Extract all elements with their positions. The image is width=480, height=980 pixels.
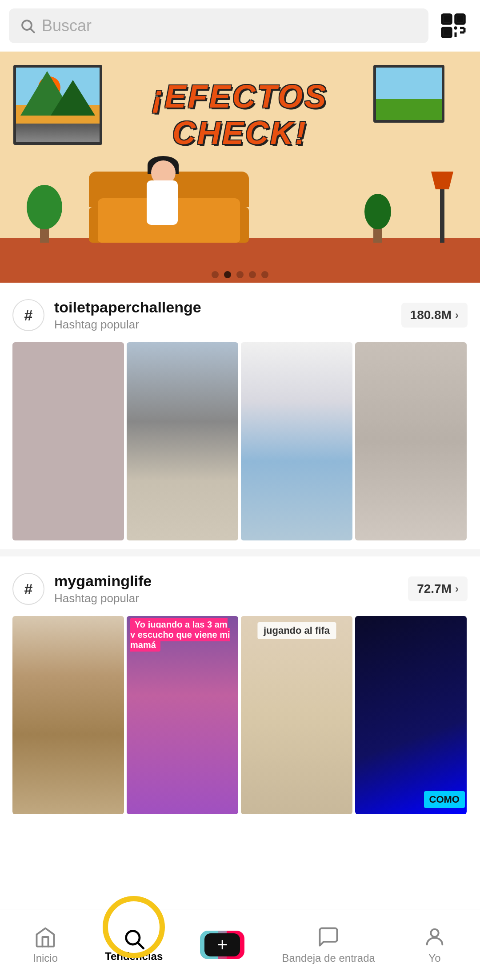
- video-thumb-2-2[interactable]: Yo jugando a las 3 am y escucho que vien…: [127, 616, 238, 814]
- banner-title: ¡EFECTOS CHECK!: [152, 78, 328, 151]
- video-thumb-1-2[interactable]: [127, 342, 238, 540]
- dot-1[interactable]: [212, 271, 219, 278]
- video-thumb-2-4[interactable]: COMO: [355, 616, 467, 814]
- thumb-content-1-3: [241, 342, 352, 540]
- video-thumb-2-1[interactable]: [12, 616, 124, 814]
- hashtag-info-2: mygaminglife Hashtag popular: [54, 572, 152, 605]
- banner-tree-right: [364, 185, 391, 243]
- search-field[interactable]: Buscar: [9, 8, 428, 43]
- banner-dots: [212, 271, 268, 278]
- nav-inicio[interactable]: Inicio: [14, 925, 76, 964]
- thumb-overlay-2-2: Yo jugando a las 3 am y escucho que vien…: [127, 616, 238, 654]
- chevron-icon-1: ›: [455, 309, 459, 321]
- thumb-content-1-4: [355, 342, 467, 540]
- add-button[interactable]: +: [200, 931, 244, 959]
- svg-rect-6: [458, 17, 462, 21]
- video-thumb-2-3[interactable]: jugando al fifa: [241, 616, 352, 814]
- hashtag-section-2: # mygaminglife Hashtag popular 72.7M ›: [0, 556, 480, 823]
- video-grid-1: [12, 342, 468, 540]
- banner-title-line1: ¡EFECTOS: [152, 78, 328, 115]
- banner-tree-left: [27, 176, 62, 243]
- video-thumb-1-3[interactable]: [241, 342, 352, 540]
- dot-5[interactable]: [261, 271, 268, 278]
- nav-inbox[interactable]: Bandeja de entrada: [282, 925, 375, 964]
- banner-lamp: [431, 172, 453, 243]
- overlay-badge-2-2: Yo jugando a las 3 am y escucho que vien…: [130, 618, 230, 652]
- hashtag-symbol-2: #: [12, 573, 44, 605]
- svg-line-1: [31, 29, 34, 32]
- hashtag-name-1: toiletpaperchallenge: [54, 299, 201, 316]
- thumb-content-1-1: [12, 342, 124, 540]
- thumb-content-2-2: Yo jugando a las 3 am y escucho que vien…: [127, 616, 238, 814]
- dot-4[interactable]: [249, 271, 256, 278]
- qr-button[interactable]: [436, 8, 471, 44]
- svg-rect-7: [444, 30, 449, 35]
- video-thumb-1-1[interactable]: [12, 342, 124, 540]
- hashtag-section-1: # toiletpaperchallenge Hashtag popular 1…: [0, 283, 480, 549]
- nav-tendencias[interactable]: Tendencias: [105, 927, 163, 963]
- nav-inicio-label: Inicio: [33, 952, 58, 964]
- search-placeholder: Buscar: [42, 16, 92, 35]
- profile-icon: [423, 925, 446, 948]
- thumb-content-1-2: [127, 342, 238, 540]
- video-thumb-1-4[interactable]: [355, 342, 467, 540]
- hashtag-label-2: Hashtag popular: [54, 592, 152, 605]
- svg-line-14: [138, 943, 144, 948]
- dot-3[interactable]: [236, 271, 244, 278]
- banner-title-line2: CHECK!: [152, 115, 328, 151]
- qr-icon: [440, 12, 467, 39]
- hashtag-info-1: toiletpaperchallenge Hashtag popular: [54, 299, 201, 332]
- nav-inbox-label: Bandeja de entrada: [282, 952, 375, 964]
- hashtag-symbol-1: #: [12, 299, 44, 331]
- hashtag-count-2[interactable]: 72.7M ›: [408, 576, 468, 601]
- banner-painting-right: [373, 65, 444, 123]
- hashtag-label-1: Hashtag popular: [54, 318, 201, 332]
- hashtag-left-1: # toiletpaperchallenge Hashtag popular: [12, 299, 201, 332]
- svg-rect-5: [444, 17, 449, 21]
- chevron-icon-2: ›: [455, 583, 459, 595]
- banner-painting-left: [13, 65, 102, 145]
- thumb-overlay-2-4: COMO: [424, 791, 465, 808]
- thumb-content-2-4: [355, 616, 467, 814]
- search-icon: [20, 18, 36, 34]
- svg-point-15: [431, 929, 438, 936]
- dot-2[interactable]: [224, 271, 231, 278]
- thumb-content-2-3: [241, 616, 352, 814]
- nav-tendencias-label: Tendencias: [105, 950, 163, 963]
- bottom-nav: Inicio Tendencias + Bandeja de entrada: [0, 909, 480, 980]
- nav-yo-label: Yo: [428, 952, 440, 964]
- video-grid-2: Yo jugando a las 3 am y escucho que vien…: [12, 616, 468, 814]
- search-bar: Buscar: [0, 0, 480, 52]
- nav-yo[interactable]: Yo: [404, 925, 466, 964]
- thumb-overlay-2-3: jugando al fifa: [257, 622, 336, 639]
- hashtag-left-2: # mygaminglife Hashtag popular: [12, 572, 152, 605]
- add-icon: +: [204, 933, 240, 956]
- inbox-icon: [317, 925, 340, 948]
- hashtag-name-2: mygaminglife: [54, 572, 152, 590]
- section-divider: [0, 549, 480, 556]
- hashtag-count-1[interactable]: 180.8M ›: [401, 303, 468, 328]
- search-trend-icon: [122, 927, 145, 950]
- nav-add[interactable]: +: [191, 931, 253, 959]
- home-icon: [34, 925, 57, 948]
- hashtag-header-1[interactable]: # toiletpaperchallenge Hashtag popular 1…: [12, 299, 468, 332]
- hashtag-header-2[interactable]: # mygaminglife Hashtag popular 72.7M ›: [12, 572, 468, 605]
- promo-banner[interactable]: ¡EFECTOS CHECK!: [0, 52, 480, 283]
